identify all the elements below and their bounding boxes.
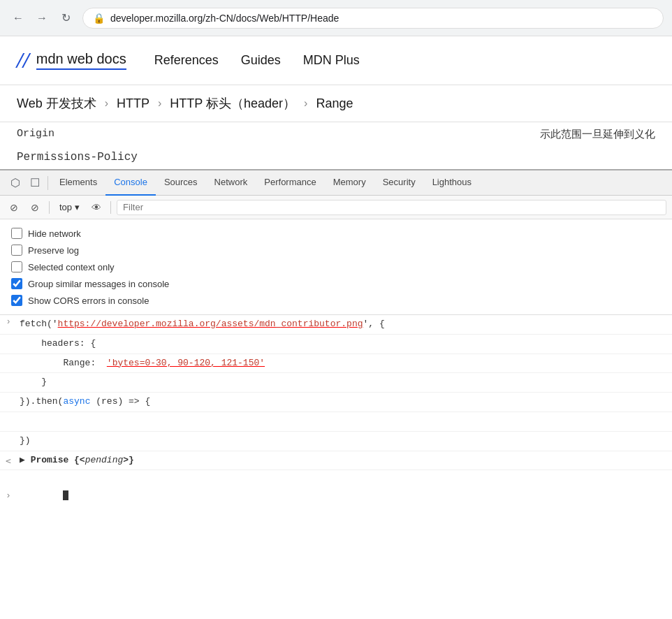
nav-references[interactable]: References [154, 53, 219, 68]
range-value: 'bytes=0-30, 90-120, 121-150' [107, 358, 265, 368]
toolbar-sep-1 [49, 201, 50, 214]
tab-separator-1 [48, 176, 48, 190]
breadcrumb-item-3[interactable]: HTTP 标头（header） [170, 95, 295, 112]
fetch-url: https://developer.mozilla.org/assets/mdn… [58, 319, 363, 329]
selected-context-checkbox[interactable] [11, 261, 22, 272]
console-gutter-6 [0, 414, 17, 414]
console-line-headers: headers: { [0, 335, 672, 354]
origin-right-text: 示此范围一旦延伸到义化 [540, 128, 655, 141]
console-content-headers: headers: { [17, 336, 672, 352]
forward-button[interactable]: → [32, 8, 52, 28]
promise-text: Promise {< [25, 455, 85, 465]
origin-text-row: Origin 示此范围一旦延伸到义化 [17, 128, 655, 141]
permissions-policy-label: Permissions-Policy [17, 148, 655, 166]
devtools-toolbar2: ⊘ ⊘ top ▾ 👁 [0, 196, 672, 219]
context-selector[interactable]: top ▾ [55, 201, 84, 214]
console-gutter-3 [0, 356, 17, 356]
filter-input[interactable] [117, 200, 666, 215]
hide-network-checkbox[interactable] [11, 228, 22, 239]
close-headers-text: } [20, 377, 47, 387]
console-input-line[interactable]: › [0, 470, 672, 520]
breadcrumb: Web 开发技术 › HTTP › HTTP 标头（header） › Rang… [0, 85, 672, 122]
breadcrumb-sep-1: › [105, 97, 108, 110]
tab-security[interactable]: Security [374, 170, 424, 196]
tab-memory[interactable]: Memory [325, 170, 374, 196]
breadcrumb-item-1[interactable]: Web 开发技术 [17, 95, 96, 112]
console-gutter-4 [0, 374, 17, 375]
close-brace-text: }) [20, 435, 31, 446]
console-promise-line: < ▶ Promise {<pending>} [0, 451, 672, 471]
tab-performance[interactable]: Performance [256, 170, 324, 196]
tab-console[interactable]: Console [105, 170, 156, 196]
breadcrumb-item-4[interactable]: Range [316, 96, 353, 111]
mdn-logo-text: mdn web docs [36, 51, 126, 70]
console-content-empty [17, 414, 672, 430]
console-content-close: }) [17, 433, 672, 449]
preserve-log-label: Preserve log [28, 245, 79, 256]
address-bar[interactable]: 🔒 developer.mozilla.org/zh-CN/docs/Web/H… [82, 8, 664, 29]
nav-guides[interactable]: Guides [241, 53, 281, 68]
promise-left-arrow: < [6, 456, 11, 466]
show-cors-row: Show CORS errors in console [11, 292, 661, 309]
breadcrumb-item-2[interactable]: HTTP [117, 96, 149, 111]
group-similar-label: Group similar messages in console [28, 279, 169, 289]
promise-expand[interactable]: ▶ [20, 455, 25, 465]
eye-icon[interactable]: 👁 [88, 199, 105, 216]
tab-elements[interactable]: Elements [51, 170, 105, 196]
console-content-range: Range: 'bytes=0-30, 90-120, 121-150' [17, 356, 672, 372]
console-content-fetch: fetch('https://developer.mozilla.org/ass… [17, 316, 672, 333]
mdn-logo-icon: // [17, 48, 29, 73]
group-similar-checkbox[interactable] [11, 278, 22, 289]
show-cors-label: Show CORS errors in console [28, 296, 149, 306]
browser-toolbar: ← → ↻ 🔒 developer.mozilla.org/zh-CN/docs… [0, 0, 672, 36]
address-text: developer.mozilla.org/zh-CN/docs/Web/HTT… [110, 13, 339, 24]
context-label: top [59, 202, 72, 212]
console-line-empty [0, 412, 672, 432]
breadcrumb-sep-3: › [304, 97, 307, 110]
hide-network-label: Hide network [28, 228, 81, 239]
console-line-then: }).then(async (res) => { [0, 393, 672, 412]
devtools-panel: ⬡ ☐ Elements Console Sources Network Per… [0, 169, 672, 521]
tab-network[interactable]: Network [206, 170, 256, 196]
preserve-log-checkbox[interactable] [11, 245, 22, 256]
mdn-logo[interactable]: // mdn web docs [17, 48, 126, 73]
then-rest: (res) => { [90, 396, 150, 407]
lock-icon: 🔒 [93, 13, 105, 24]
console-content-promise: ▶ Promise {<pending>} [17, 453, 672, 469]
mdn-header: // mdn web docs References Guides MDN Pl… [0, 36, 672, 85]
selected-context-label: Selected context only [28, 262, 115, 272]
tab-lighthouse[interactable]: Lighthous [424, 170, 480, 196]
console-gutter-2 [0, 336, 17, 337]
console-content-close-headers: } [17, 374, 672, 391]
console-gutter-promise: < [0, 455, 17, 466]
console-line-close-headers: } [0, 373, 672, 393]
clear-console-icon[interactable]: ⊘ [6, 199, 22, 216]
reload-button[interactable]: ↻ [56, 8, 75, 28]
dropdown-arrow: ▾ [75, 202, 80, 212]
hide-network-row: Hide network [11, 225, 661, 242]
devtools-cursor-icon[interactable]: ⬡ [6, 173, 25, 193]
console-gutter-1: › [0, 316, 17, 327]
console-line-fetch: › fetch('https://developer.mozilla.org/a… [0, 315, 672, 335]
tab-sources[interactable]: Sources [156, 170, 206, 196]
toolbar-sep-2 [110, 201, 111, 214]
promise-pending: pending [85, 455, 124, 465]
preserve-log-row: Preserve log [11, 242, 661, 258]
nav-mdn-plus[interactable]: MDN Plus [303, 53, 360, 68]
origin-label: Origin [17, 128, 54, 141]
headers-text: headers: { [20, 338, 96, 349]
then-text: }).then( [20, 396, 63, 407]
console-input-field[interactable] [17, 473, 672, 518]
block-icon[interactable]: ⊘ [27, 199, 43, 216]
mdn-nav: References Guides MDN Plus [154, 53, 360, 68]
console-gutter-7 [0, 433, 17, 434]
fetch-keyword: fetch(' [20, 319, 58, 329]
console-gutter-5 [0, 394, 17, 395]
page-content: Origin 示此范围一旦延伸到义化 Permissions-Policy [0, 122, 672, 169]
console-line-range: Range: 'bytes=0-30, 90-120, 121-150' [0, 354, 672, 374]
back-button[interactable]: ← [8, 8, 28, 28]
console-arrow-1: › [6, 317, 10, 327]
console-line-close: }) [0, 432, 672, 451]
show-cors-checkbox[interactable] [11, 295, 22, 306]
devtools-device-icon[interactable]: ☐ [25, 173, 45, 193]
